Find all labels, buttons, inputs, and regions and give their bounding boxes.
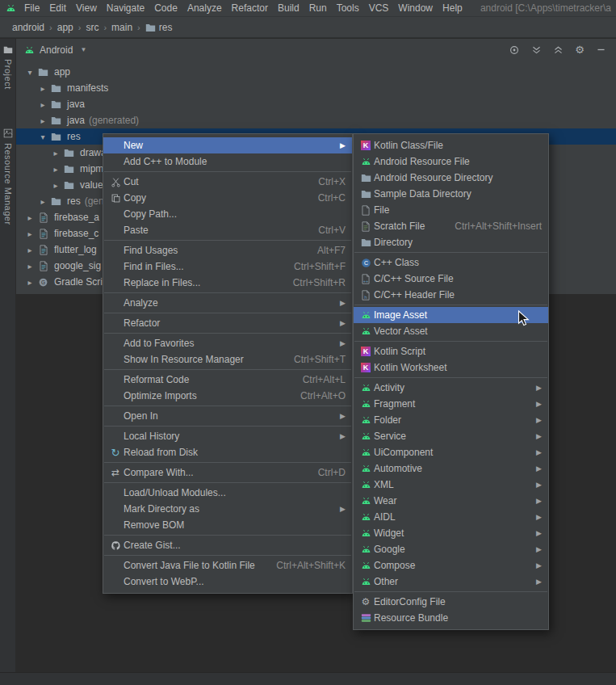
- chevron-right-icon[interactable]: ▸: [49, 165, 62, 174]
- new-submenu-item-fragment[interactable]: Fragment▶: [354, 396, 548, 412]
- chevron-right-icon[interactable]: ▸: [36, 116, 49, 125]
- menubar-item-tools[interactable]: Tools: [332, 1, 364, 15]
- context-menu-item-compare-with[interactable]: ⇄Compare With...Ctrl+D: [103, 464, 352, 481]
- chevron-right-icon[interactable]: ▸: [23, 213, 36, 222]
- context-menu-item-show-in-resource-manager[interactable]: Show In Resource ManagerCtrl+Shift+T: [103, 351, 352, 368]
- menubar-item-navigate[interactable]: Navigate: [102, 1, 149, 15]
- context-menu-item-copy[interactable]: CopyCtrl+C: [103, 190, 352, 206]
- menubar-item-analyze[interactable]: Analyze: [182, 1, 227, 15]
- menubar-item-help[interactable]: Help: [438, 1, 467, 15]
- new-submenu-item-widget[interactable]: Widget▶: [354, 525, 548, 541]
- chevron-right-icon[interactable]: ▸: [23, 246, 36, 254]
- menubar-item-file[interactable]: File: [19, 1, 44, 15]
- new-submenu-item-service[interactable]: Service▶: [354, 428, 548, 444]
- breadcrumb-item-android[interactable]: android: [10, 20, 47, 35]
- new-submenu-item-resource-bundle[interactable]: Resource Bundle: [354, 610, 548, 626]
- new-submenu-item-automotive[interactable]: Automotive▶: [354, 460, 548, 477]
- context-menu-item-new[interactable]: New▶: [103, 137, 352, 153]
- submenu-arrow-icon: ▶: [526, 400, 542, 408]
- tree-item-manifests[interactable]: ▸manifests: [16, 80, 616, 96]
- context-menu-item-cut[interactable]: CutCtrl+X: [103, 174, 352, 190]
- context-menu-item-convert-to-webp[interactable]: Convert to WebP...: [103, 574, 352, 590]
- menubar-item-edit[interactable]: Edit: [44, 1, 71, 15]
- context-menu-item-add-c-to-module[interactable]: Add C++ to Module: [103, 153, 352, 170]
- locate-icon[interactable]: [509, 44, 520, 56]
- hide-icon[interactable]: [596, 44, 606, 55]
- menubar-item-code[interactable]: Code: [149, 1, 182, 15]
- context-menu-item-load-unload-modules[interactable]: Load/Unload Modules...: [103, 485, 352, 501]
- tool-window-button-project[interactable]: Project: [3, 45, 13, 90]
- tree-item-java-generated[interactable]: ▸java(generated): [16, 112, 616, 128]
- expand-all-icon[interactable]: [531, 44, 542, 55]
- new-submenu-item-activity[interactable]: Activity▶: [354, 380, 548, 396]
- new-submenu-item-compose[interactable]: Compose▶: [354, 557, 548, 574]
- menubar-item-refactor[interactable]: Refactor: [227, 1, 273, 15]
- new-submenu-item-android-resource-directory[interactable]: Android Resource Directory: [354, 170, 548, 186]
- breadcrumb-item-main[interactable]: main: [109, 20, 135, 35]
- context-menu-item-refactor[interactable]: Refactor▶: [103, 315, 352, 331]
- new-submenu-item-android-resource-file[interactable]: Android Resource File: [354, 153, 548, 170]
- new-submenu-item-c-class[interactable]: CC++ Class: [354, 254, 548, 271]
- android-studio-logo-icon: [3, 3, 18, 13]
- context-menu-item-paste[interactable]: PasteCtrl+V: [103, 222, 352, 238]
- collapse-all-icon[interactable]: [553, 44, 564, 55]
- context-menu-item-analyze[interactable]: Analyze▶: [103, 295, 352, 311]
- context-menu-item-create-gist[interactable]: Create Gist...: [103, 537, 352, 553]
- context-menu-item-reformat-code[interactable]: Reformat CodeCtrl+Alt+L: [103, 372, 352, 388]
- chevron-right-icon[interactable]: ▸: [49, 181, 62, 190]
- new-submenu-item-kotlin-class-file[interactable]: KKotlin Class/File: [354, 137, 548, 153]
- breadcrumb-item-app[interactable]: app: [55, 20, 76, 35]
- chevron-right-icon[interactable]: ▸: [36, 100, 49, 109]
- new-submenu-item-uicomponent[interactable]: UiComponent▶: [354, 444, 548, 460]
- context-menu-item-reload-from-disk[interactable]: ↻Reload from Disk: [103, 444, 352, 460]
- new-submenu-item-c-c-source-file[interactable]: ++C/C++ Source File: [354, 271, 548, 287]
- tree-item-app[interactable]: ▾app: [16, 64, 616, 80]
- menubar-item-view[interactable]: View: [71, 1, 102, 15]
- menubar-item-build[interactable]: Build: [273, 1, 304, 15]
- new-submenu-item-scratch-file[interactable]: Scratch FileCtrl+Alt+Shift+Insert: [354, 218, 548, 234]
- menubar-item-run[interactable]: Run: [304, 1, 332, 15]
- chevron-right-icon[interactable]: ▸: [49, 149, 62, 158]
- new-submenu-item-directory[interactable]: Directory: [354, 234, 548, 250]
- chevron-down-icon[interactable]: ▾: [23, 68, 36, 77]
- new-submenu-item-wear[interactable]: Wear▶: [354, 493, 548, 509]
- tool-window-stripe: ProjectResource Manager: [0, 39, 16, 672]
- context-menu-item-find-in-files[interactable]: Find in Files...Ctrl+Shift+F: [103, 258, 352, 275]
- chevron-right-icon[interactable]: ▸: [23, 278, 36, 287]
- tree-item-java[interactable]: ▸java: [16, 96, 616, 112]
- new-submenu-item-google[interactable]: Google▶: [354, 541, 548, 557]
- new-submenu-item-sample-data-directory[interactable]: Sample Data Directory: [354, 186, 548, 202]
- project-view-selector[interactable]: Android ▼: [24, 44, 86, 56]
- new-submenu-item-other[interactable]: Other▶: [354, 574, 548, 590]
- menubar-item-vcs[interactable]: VCS: [364, 1, 394, 15]
- breadcrumb-item-src[interactable]: src: [83, 20, 101, 35]
- context-menu-item-add-to-favorites[interactable]: Add to Favorites▶: [103, 335, 352, 351]
- context-menu-item-find-usages[interactable]: Find UsagesAlt+F7: [103, 242, 352, 258]
- chevron-right-icon[interactable]: ▸: [23, 262, 36, 271]
- tool-window-button-resource-manager[interactable]: Resource Manager: [3, 128, 13, 225]
- new-submenu-item-kotlin-script[interactable]: KKotlin Script: [354, 343, 548, 359]
- context-menu-item-open-in[interactable]: Open In▶: [103, 408, 352, 424]
- new-submenu-item-aidl[interactable]: AIDL▶: [354, 509, 548, 525]
- new-submenu-item-c-c-header-file[interactable]: hC/C++ Header File: [354, 287, 548, 303]
- chevron-right-icon[interactable]: ▸: [36, 197, 49, 206]
- context-menu-item-optimize-imports[interactable]: Optimize ImportsCtrl+Alt+O: [103, 388, 352, 404]
- new-submenu-item-folder[interactable]: Folder▶: [354, 412, 548, 428]
- menubar-item-window[interactable]: Window: [393, 1, 438, 15]
- new-submenu-item-file[interactable]: File: [354, 202, 548, 218]
- settings-icon[interactable]: ⚙: [575, 44, 585, 55]
- context-menu-item-convert-java-file-to-kotlin-file[interactable]: Convert Java File to Kotlin FileCtrl+Alt…: [103, 557, 352, 574]
- new-submenu-item-kotlin-worksheet[interactable]: KKotlin Worksheet: [354, 359, 548, 376]
- breadcrumb-item-res[interactable]: res: [143, 20, 175, 35]
- chevron-right-icon[interactable]: ▸: [36, 84, 49, 93]
- context-menu-item-replace-in-files[interactable]: Replace in Files...Ctrl+Shift+R: [103, 275, 352, 291]
- context-menu-item-copy-path[interactable]: Copy Path...: [103, 206, 352, 222]
- chevron-right-icon[interactable]: ▸: [23, 229, 36, 238]
- new-submenu-item-xml[interactable]: XML▶: [354, 477, 548, 493]
- new-submenu-item-editorconfig-file[interactable]: ⚙EditorConfig File: [354, 594, 548, 610]
- context-menu-item-mark-directory-as[interactable]: Mark Directory as▶: [103, 501, 352, 517]
- context-menu-item-remove-bom[interactable]: Remove BOM: [103, 517, 352, 533]
- menu-separator: [104, 171, 351, 172]
- context-menu-item-local-history[interactable]: Local History▶: [103, 428, 352, 444]
- chevron-down-icon[interactable]: ▾: [36, 132, 49, 141]
